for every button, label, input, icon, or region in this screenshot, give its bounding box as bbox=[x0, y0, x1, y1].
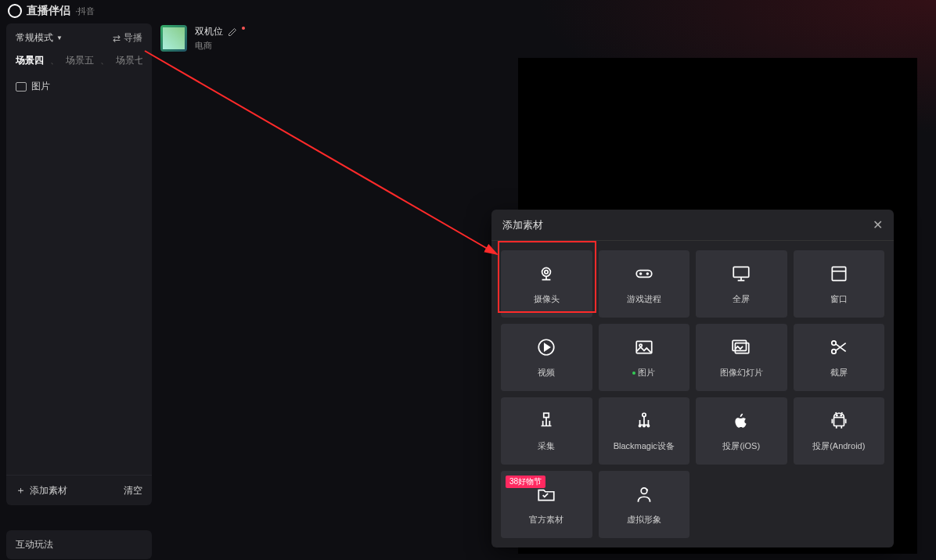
export-label: 导播 bbox=[124, 31, 142, 45]
cell-label: 游戏进程 bbox=[627, 293, 661, 305]
image-icon bbox=[16, 82, 27, 92]
svg-point-0 bbox=[542, 267, 551, 276]
material-device[interactable]: Blackmagic设备 bbox=[599, 397, 690, 465]
sidebar-fill bbox=[6, 99, 152, 475]
sidebar-item-image[interactable]: 图片 bbox=[6, 74, 152, 99]
cell-label: 图片 bbox=[632, 367, 655, 379]
cell-label: 官方素材 bbox=[529, 514, 563, 526]
scene-header: 双机位 电商 bbox=[160, 25, 245, 52]
material-scissors[interactable]: 截屏 bbox=[794, 324, 885, 391]
svg-rect-2 bbox=[636, 270, 652, 277]
cell-label: 窗口 bbox=[830, 293, 848, 305]
material-android[interactable]: 投屏(Android) bbox=[794, 397, 885, 465]
close-icon[interactable]: ✕ bbox=[873, 217, 883, 232]
cell-label: 虚拟形象 bbox=[627, 514, 661, 526]
device-icon bbox=[634, 411, 654, 431]
titlebar: 直播伴侣 ·抖音 bbox=[0, 0, 936, 22]
scissors-icon bbox=[829, 337, 849, 357]
swap-icon: ⇄ bbox=[113, 33, 121, 44]
material-apple[interactable]: 投屏(iOS) bbox=[696, 397, 787, 465]
cell-label: 视频 bbox=[538, 367, 555, 379]
scene-title: 双机位 bbox=[195, 25, 223, 38]
material-avatar[interactable]: 虚拟形象 bbox=[599, 471, 690, 538]
material-window[interactable]: 窗口 bbox=[794, 250, 885, 318]
cell-label: 图像幻灯片 bbox=[720, 367, 763, 379]
apple-icon bbox=[731, 411, 751, 431]
caret-down-icon: ▼ bbox=[56, 34, 63, 41]
cell-label: 投屏(Android) bbox=[812, 440, 865, 452]
svg-point-18 bbox=[647, 425, 649, 426]
material-capture[interactable]: 采集 bbox=[501, 397, 592, 465]
plus-icon: ＋ bbox=[16, 483, 26, 497]
scene-thumbnail[interactable] bbox=[160, 25, 187, 52]
add-material-button[interactable]: ＋ 添加素材 bbox=[16, 483, 67, 497]
badge: 38好物节 bbox=[506, 476, 545, 488]
slides-icon bbox=[731, 337, 751, 357]
cell-label: 投屏(iOS) bbox=[722, 440, 760, 452]
material-play[interactable]: 视频 bbox=[501, 324, 592, 391]
notification-dot-icon bbox=[242, 27, 245, 30]
svg-point-17 bbox=[643, 425, 645, 426]
avatar-icon bbox=[634, 484, 654, 504]
scene-sub: 电商 bbox=[195, 40, 245, 52]
tab-scene-4[interactable]: 场景四 bbox=[16, 52, 44, 69]
modal-title: 添加素材 bbox=[502, 218, 543, 232]
window-icon bbox=[829, 264, 849, 284]
clear-button[interactable]: 清空 bbox=[124, 484, 142, 497]
tab-scene-5[interactable]: 场景五 bbox=[66, 52, 94, 69]
svg-point-21 bbox=[841, 415, 841, 415]
mode-label: 常规模式 bbox=[16, 31, 53, 45]
export-button[interactable]: ⇄ 导播 bbox=[113, 31, 142, 45]
material-slides[interactable]: 图像幻灯片 bbox=[696, 324, 787, 391]
android-icon bbox=[829, 411, 849, 431]
svg-line-23 bbox=[145, 51, 497, 254]
annotation-arrow bbox=[141, 47, 517, 289]
cell-label: 全屏 bbox=[733, 293, 750, 305]
cell-label: 采集 bbox=[538, 440, 555, 452]
capture-icon bbox=[536, 411, 556, 431]
cell-label: 截屏 bbox=[830, 367, 848, 379]
add-material-label: 添加素材 bbox=[30, 484, 67, 497]
sidebar: 常规模式 ▼ ⇄ 导播 场景四 、 场景五 、 场景七 、 场景八 + 图片 ＋… bbox=[6, 23, 152, 505]
gamepad-icon bbox=[634, 264, 654, 284]
material-camera[interactable]: 摄像头 bbox=[501, 250, 592, 318]
app-logo-icon bbox=[8, 4, 22, 18]
status-dot-icon bbox=[632, 372, 635, 375]
material-gamepad[interactable]: 游戏进程 bbox=[599, 250, 690, 318]
app-sub: ·抖音 bbox=[75, 5, 95, 17]
image-icon bbox=[634, 337, 654, 357]
monitor-icon bbox=[731, 264, 751, 284]
tab-scene-7[interactable]: 场景七 bbox=[116, 52, 142, 69]
svg-point-16 bbox=[639, 425, 640, 426]
cell-label: Blackmagic设备 bbox=[614, 440, 675, 452]
svg-point-15 bbox=[643, 413, 646, 416]
scene-tabs: 场景四 、 场景五 、 场景七 、 场景八 + bbox=[16, 52, 142, 69]
svg-rect-14 bbox=[544, 413, 549, 417]
svg-rect-6 bbox=[832, 267, 845, 280]
material-monitor[interactable]: 全屏 bbox=[696, 250, 787, 318]
sidebar-item-label: 图片 bbox=[31, 80, 50, 93]
add-material-modal: 添加素材 ✕ 摄像头游戏进程全屏窗口视频图片图像幻灯片截屏采集Blackmagi… bbox=[491, 210, 894, 547]
svg-rect-19 bbox=[833, 417, 844, 425]
cell-label: 摄像头 bbox=[534, 293, 560, 305]
edit-icon[interactable] bbox=[228, 27, 237, 37]
svg-point-3 bbox=[640, 273, 642, 275]
svg-rect-5 bbox=[734, 267, 750, 277]
svg-point-20 bbox=[836, 415, 837, 415]
mode-dropdown[interactable]: 常规模式 ▼ bbox=[16, 31, 63, 45]
camera-icon bbox=[536, 264, 556, 284]
app-name: 直播伴侣 bbox=[27, 4, 70, 18]
panel-interactive: 互动玩法 bbox=[6, 530, 152, 559]
svg-point-1 bbox=[545, 270, 548, 273]
svg-point-4 bbox=[646, 273, 648, 275]
panel-interactive-title: 互动玩法 bbox=[16, 538, 142, 551]
play-icon bbox=[536, 337, 556, 357]
material-folder[interactable]: 38好物节官方素材 bbox=[501, 471, 592, 538]
material-image[interactable]: 图片 bbox=[599, 324, 690, 391]
